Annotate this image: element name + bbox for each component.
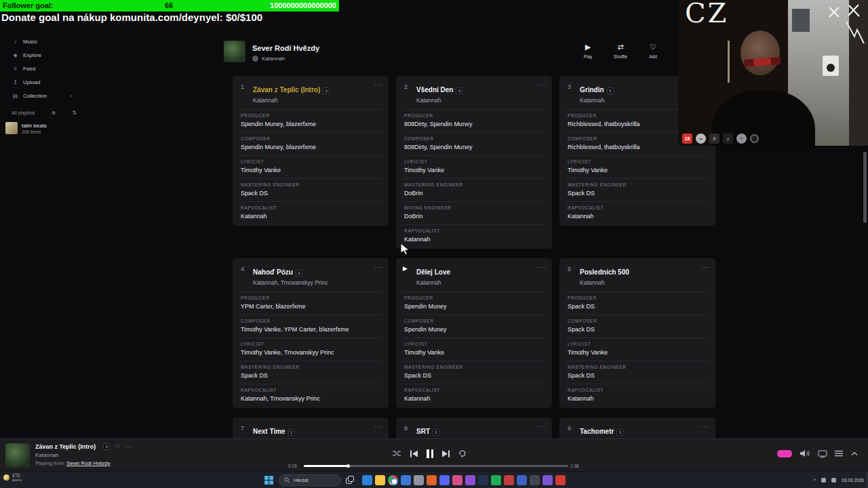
credit-value[interactable]: Katannah — [568, 395, 707, 402]
track-more-button[interactable]: ··· — [374, 264, 382, 270]
track-artist[interactable]: Katannah — [416, 279, 536, 286]
credit-value[interactable]: 808Dirty, Spendin Muney — [404, 121, 544, 127]
credit-value[interactable]: Katannah — [404, 395, 544, 402]
track-more-button[interactable]: ··· — [701, 423, 709, 430]
taskbar-app-app-red-icon[interactable] — [504, 475, 514, 485]
sidebar-item-music[interactable]: ♪ Music — [0, 35, 80, 48]
favorite-icon[interactable]: ♡ — [115, 443, 120, 450]
credit-value[interactable]: Spendin Muney — [404, 326, 544, 333]
track-title[interactable]: Posledních 500 — [580, 268, 629, 276]
track-more-button[interactable]: ··· — [538, 264, 546, 270]
taskbar-app-folder-icon[interactable] — [375, 475, 385, 485]
track-card[interactable]: 2 ▶ Všední Den$ Katannah ··· Producer808… — [396, 76, 552, 249]
track-more-button[interactable]: ··· — [374, 423, 382, 430]
tray-caret-up-icon[interactable]: ^ — [814, 477, 816, 483]
taskbar-app-steam-icon[interactable] — [478, 475, 488, 485]
track-artist[interactable]: Katannah — [253, 97, 372, 104]
credit-value[interactable]: Katannah — [568, 213, 707, 220]
queue-icon[interactable] — [835, 450, 843, 457]
track-artist[interactable]: Katannah, Trnovanskyy Princ — [253, 279, 372, 286]
track-title[interactable]: Nahoď Pózu — [253, 268, 293, 276]
track-artist[interactable]: Katannah — [416, 97, 536, 104]
now-playing-title[interactable]: Závan z Teplic (Intro) — [35, 443, 96, 450]
track-more-button[interactable]: ··· — [374, 81, 382, 88]
track-title[interactable]: Závan z Teplic (Intro) — [253, 86, 320, 94]
credit-value[interactable]: Timothy Vanke, YPM Carter, blazerfxme — [241, 326, 380, 333]
credit-value[interactable]: Spendin Muney, blazerfxme — [241, 121, 380, 127]
next-track-icon[interactable] — [442, 450, 450, 458]
track-card[interactable]: 5 ▶ Dělej Love Katannah ··· ProducerSpen… — [396, 258, 552, 408]
track-title[interactable]: Grindin — [580, 86, 604, 94]
add-playlist-icon[interactable]: ⊕ — [47, 110, 56, 116]
taskbar-app-spotify-icon[interactable] — [491, 475, 501, 485]
weather-widget[interactable]: 1°C jasno — [3, 473, 22, 482]
chevron-up-icon[interactable] — [850, 451, 859, 456]
tray-network-icon[interactable] — [821, 478, 826, 483]
track-play-icon[interactable]: ▶ — [403, 265, 408, 272]
taskbar-app-app-purple-icon[interactable] — [542, 475, 553, 485]
shuffle-button[interactable]: ⇄ Shuffle — [608, 42, 633, 59]
search-input[interactable]: Hledat — [279, 474, 341, 486]
track-title[interactable]: Tachometr — [580, 428, 614, 435]
taskbar-app-discord-icon[interactable] — [439, 475, 450, 485]
taskbar-app-reddit-icon[interactable] — [427, 475, 437, 485]
track-more-button[interactable]: ··· — [701, 264, 709, 270]
scrollbar-thumb[interactable] — [863, 152, 867, 223]
seek-knob[interactable] — [347, 464, 350, 468]
credit-value[interactable]: Katannah, Trnovanskyy Princ — [241, 395, 380, 402]
sidebar-item-upload[interactable]: ↥ Upload — [0, 75, 80, 89]
tray-volume-icon[interactable] — [831, 478, 836, 483]
track-card[interactable]: 1 ▶ Závan z Teplic (Intro)$ Katannah ···… — [233, 76, 389, 226]
play-button[interactable]: ▶ Play — [575, 42, 601, 59]
credit-value[interactable]: Spack DS — [241, 372, 380, 379]
credit-value[interactable]: Spack DS — [568, 372, 707, 379]
sort-playlists-icon[interactable]: ⇅ — [68, 110, 77, 116]
taskbar-app-notepad-icon[interactable] — [414, 475, 424, 485]
playing-from-link[interactable]: Sever Rodí Hvězdy — [66, 460, 111, 466]
sidebar-item-explore[interactable]: ◈ Explore — [0, 48, 80, 62]
taskbar-app-app-blue-icon[interactable] — [517, 475, 527, 485]
taskbar-app-edge-icon[interactable] — [362, 475, 372, 485]
taskbar-app-chrome-icon[interactable] — [388, 475, 398, 485]
credit-value[interactable]: Spendin Muney, blazerfxme — [241, 144, 380, 150]
credit-value[interactable]: Katannah — [404, 236, 544, 243]
cast-screen-icon[interactable] — [818, 450, 827, 458]
track-more-button[interactable]: ··· — [538, 81, 546, 88]
taskbar-app-app-dark-icon[interactable] — [530, 475, 540, 485]
track-card[interactable]: 4 ▶ Nahoď Pózu$ Katannah, Trnovanskyy Pr… — [233, 258, 389, 408]
credit-value[interactable]: Timothy Vanke — [404, 349, 544, 356]
sidebar-item-feed[interactable]: ≡ Feed — [0, 62, 80, 75]
volume-icon[interactable] — [800, 449, 810, 458]
credit-value[interactable]: Spack DS — [568, 303, 707, 310]
taskbar-app-youtube-icon[interactable] — [555, 475, 566, 485]
task-view-button[interactable] — [346, 476, 355, 485]
track-card[interactable]: 6 ▶ Posledních 500 Katannah ··· Producer… — [559, 258, 715, 408]
previous-track-icon[interactable] — [410, 450, 418, 458]
album-art[interactable] — [224, 41, 245, 62]
pause-button[interactable] — [427, 449, 433, 458]
start-button[interactable] — [264, 476, 274, 485]
clock-date[interactable]: 03.03.2026 — [842, 477, 864, 483]
credit-value[interactable]: Katannah — [241, 213, 380, 220]
now-playing-artist[interactable]: Katannah — [35, 452, 58, 458]
track-title[interactable]: Dělej Love — [416, 268, 450, 276]
taskbar-app-twitch-icon[interactable] — [465, 475, 475, 485]
credit-value[interactable]: Timothy Vanke — [404, 167, 544, 174]
add-button[interactable]: ♡ Add — [640, 42, 666, 59]
repeat-icon[interactable] — [458, 450, 467, 458]
credit-value[interactable]: Spack DS — [568, 326, 707, 333]
now-playing-art[interactable] — [5, 443, 30, 468]
credit-value[interactable]: Spack DS — [241, 190, 380, 197]
credit-value[interactable]: Timothy Vanke — [241, 167, 380, 174]
track-title[interactable]: SRT — [416, 428, 430, 435]
album-artist-link[interactable]: Katannah — [262, 56, 285, 62]
track-artist[interactable]: Katannah — [580, 279, 699, 286]
credit-value[interactable]: Spack DS — [404, 372, 544, 379]
track-title[interactable]: Všední Den — [416, 86, 453, 94]
taskbar-app-photos-icon[interactable] — [452, 475, 462, 485]
credit-value[interactable]: Timothy Vanke — [568, 167, 707, 174]
playlist-item-tatin-beats[interactable]: tatin beats 206 items — [5, 122, 47, 134]
track-more-button[interactable]: ··· — [538, 423, 546, 430]
credit-value[interactable]: 808Dirty, Spendin Muney — [404, 144, 544, 150]
shuffle-icon[interactable] — [392, 450, 401, 457]
